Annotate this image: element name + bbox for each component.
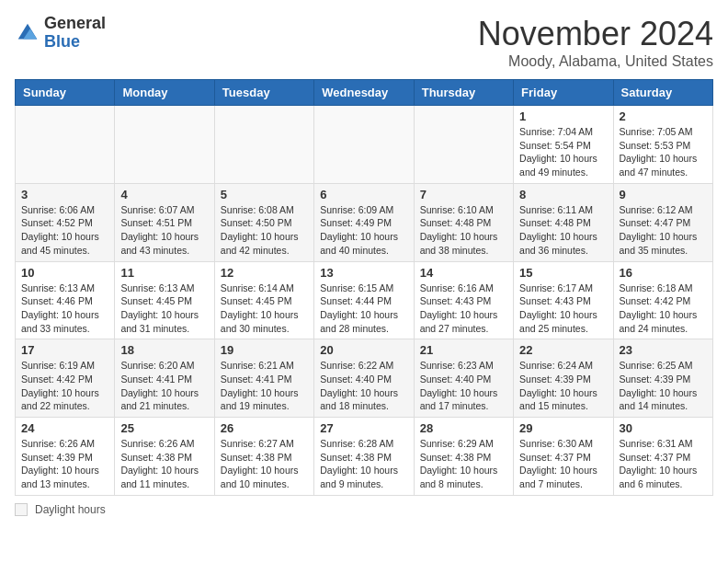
calendar-cell: 28Sunrise: 6:29 AM Sunset: 4:38 PM Dayli… [414,418,513,496]
day-info: Sunrise: 6:18 AM Sunset: 4:42 PM Dayligh… [620,282,707,336]
day-info: Sunrise: 6:14 AM Sunset: 4:45 PM Dayligh… [221,282,308,336]
calendar-week-1: 1Sunrise: 7:04 AM Sunset: 5:54 PM Daylig… [16,106,713,184]
day-number: 29 [519,421,607,435]
calendar-cell [314,106,414,184]
day-number: 10 [21,266,108,280]
calendar-cell: 5Sunrise: 6:08 AM Sunset: 4:50 PM Daylig… [214,183,313,261]
weekday-header-wednesday: Wednesday [314,80,414,106]
calendar-cell: 29Sunrise: 6:30 AM Sunset: 4:37 PM Dayli… [514,418,613,496]
calendar-cell: 1Sunrise: 7:04 AM Sunset: 5:54 PM Daylig… [514,106,613,184]
logo-blue-text: Blue [44,33,106,52]
day-info: Sunrise: 6:10 AM Sunset: 4:48 PM Dayligh… [420,203,507,258]
calendar-cell: 24Sunrise: 6:26 AM Sunset: 4:39 PM Dayli… [16,418,115,496]
day-number: 12 [221,266,308,280]
day-info: Sunrise: 6:27 AM Sunset: 4:38 PM Dayligh… [221,437,308,491]
day-number: 4 [120,188,208,201]
day-number: 6 [320,188,407,201]
month-title: November 2024 [478,15,713,53]
day-number: 15 [519,266,607,280]
calendar-cell [115,106,214,184]
day-number: 2 [620,109,707,123]
calendar-cell [414,106,513,184]
legend-box [15,503,28,516]
day-number: 14 [420,266,507,280]
day-info: Sunrise: 6:16 AM Sunset: 4:43 PM Dayligh… [420,282,507,336]
day-number: 27 [320,421,407,435]
calendar-cell: 26Sunrise: 6:27 AM Sunset: 4:38 PM Dayli… [214,418,313,496]
day-info: Sunrise: 6:30 AM Sunset: 4:37 PM Dayligh… [519,437,607,491]
calendar-week-3: 10Sunrise: 6:13 AM Sunset: 4:46 PM Dayli… [16,261,713,339]
day-info: Sunrise: 6:07 AM Sunset: 4:51 PM Dayligh… [120,203,208,258]
calendar-cell: 19Sunrise: 6:21 AM Sunset: 4:41 PM Dayli… [214,339,313,418]
calendar-week-5: 24Sunrise: 6:26 AM Sunset: 4:39 PM Dayli… [16,418,713,496]
calendar-cell: 15Sunrise: 6:17 AM Sunset: 4:43 PM Dayli… [514,261,613,339]
day-info: Sunrise: 6:24 AM Sunset: 4:39 PM Dayligh… [519,359,607,413]
calendar-cell: 9Sunrise: 6:12 AM Sunset: 4:47 PM Daylig… [613,183,712,261]
day-info: Sunrise: 6:17 AM Sunset: 4:43 PM Dayligh… [519,282,607,336]
logo-general-text: General [44,15,106,33]
calendar-cell: 11Sunrise: 6:13 AM Sunset: 4:45 PM Dayli… [115,261,214,339]
calendar-week-2: 3Sunrise: 6:06 AM Sunset: 4:52 PM Daylig… [16,183,713,261]
calendar-cell: 10Sunrise: 6:13 AM Sunset: 4:46 PM Dayli… [16,261,115,339]
day-info: Sunrise: 6:29 AM Sunset: 4:38 PM Dayligh… [420,437,507,491]
calendar-cell: 21Sunrise: 6:23 AM Sunset: 4:40 PM Dayli… [414,339,513,418]
calendar-cell: 3Sunrise: 6:06 AM Sunset: 4:52 PM Daylig… [16,183,115,261]
day-info: Sunrise: 6:20 AM Sunset: 4:41 PM Dayligh… [120,359,208,413]
day-number: 16 [620,266,707,280]
logo-icon [15,20,40,46]
weekday-header-monday: Monday [115,80,214,106]
title-block: November 2024 Moody, Alabama, United Sta… [478,15,713,70]
calendar-cell: 12Sunrise: 6:14 AM Sunset: 4:45 PM Dayli… [214,261,313,339]
day-info: Sunrise: 7:04 AM Sunset: 5:54 PM Dayligh… [519,125,607,179]
calendar-cell: 22Sunrise: 6:24 AM Sunset: 4:39 PM Dayli… [514,339,613,418]
day-number: 26 [221,421,308,435]
calendar-cell: 13Sunrise: 6:15 AM Sunset: 4:44 PM Dayli… [314,261,414,339]
day-info: Sunrise: 6:13 AM Sunset: 4:46 PM Dayligh… [21,282,108,336]
day-info: Sunrise: 6:22 AM Sunset: 4:40 PM Dayligh… [320,359,407,413]
calendar-cell: 8Sunrise: 6:11 AM Sunset: 4:48 PM Daylig… [514,183,613,261]
calendar-cell: 7Sunrise: 6:10 AM Sunset: 4:48 PM Daylig… [414,183,513,261]
calendar-cell: 17Sunrise: 6:19 AM Sunset: 4:42 PM Dayli… [16,339,115,418]
weekday-header-thursday: Thursday [414,80,513,106]
day-number: 19 [221,343,308,357]
day-number: 17 [21,343,108,357]
day-number: 21 [420,343,507,357]
calendar-table: SundayMondayTuesdayWednesdayThursdayFrid… [15,79,713,496]
day-number: 25 [120,421,208,435]
day-info: Sunrise: 6:26 AM Sunset: 4:39 PM Dayligh… [21,437,108,491]
day-info: Sunrise: 6:23 AM Sunset: 4:40 PM Dayligh… [420,359,507,413]
day-info: Sunrise: 6:25 AM Sunset: 4:39 PM Dayligh… [620,359,707,413]
calendar-cell: 25Sunrise: 6:26 AM Sunset: 4:38 PM Dayli… [115,418,214,496]
day-info: Sunrise: 6:11 AM Sunset: 4:48 PM Dayligh… [519,203,607,258]
calendar-cell: 23Sunrise: 6:25 AM Sunset: 4:39 PM Dayli… [613,339,712,418]
day-info: Sunrise: 7:05 AM Sunset: 5:53 PM Dayligh… [620,125,707,179]
day-number: 8 [519,188,607,201]
day-info: Sunrise: 6:13 AM Sunset: 4:45 PM Dayligh… [120,282,208,336]
day-info: Sunrise: 6:28 AM Sunset: 4:38 PM Dayligh… [320,437,407,491]
day-info: Sunrise: 6:19 AM Sunset: 4:42 PM Dayligh… [21,359,108,413]
calendar-cell [16,106,115,184]
day-number: 3 [21,188,108,201]
calendar-cell: 4Sunrise: 6:07 AM Sunset: 4:51 PM Daylig… [115,183,214,261]
day-number: 5 [221,188,308,201]
day-info: Sunrise: 6:15 AM Sunset: 4:44 PM Dayligh… [320,282,407,336]
day-info: Sunrise: 6:06 AM Sunset: 4:52 PM Dayligh… [21,203,108,258]
calendar-cell: 14Sunrise: 6:16 AM Sunset: 4:43 PM Dayli… [414,261,513,339]
day-number: 22 [519,343,607,357]
day-number: 18 [120,343,208,357]
location-title: Moody, Alabama, United States [478,53,713,70]
day-number: 11 [120,266,208,280]
weekday-header-saturday: Saturday [613,80,712,106]
day-number: 24 [21,421,108,435]
weekday-header-friday: Friday [514,80,613,106]
day-number: 23 [620,343,707,357]
calendar-week-4: 17Sunrise: 6:19 AM Sunset: 4:42 PM Dayli… [16,339,713,418]
logo: General Blue [15,15,106,52]
calendar-footer: Daylight hours [15,503,713,516]
day-info: Sunrise: 6:26 AM Sunset: 4:38 PM Dayligh… [120,437,208,491]
calendar-cell: 20Sunrise: 6:22 AM Sunset: 4:40 PM Dayli… [314,339,414,418]
weekday-header-tuesday: Tuesday [214,80,313,106]
calendar-cell: 16Sunrise: 6:18 AM Sunset: 4:42 PM Dayli… [613,261,712,339]
day-number: 9 [620,188,707,201]
legend-label: Daylight hours [35,503,106,516]
